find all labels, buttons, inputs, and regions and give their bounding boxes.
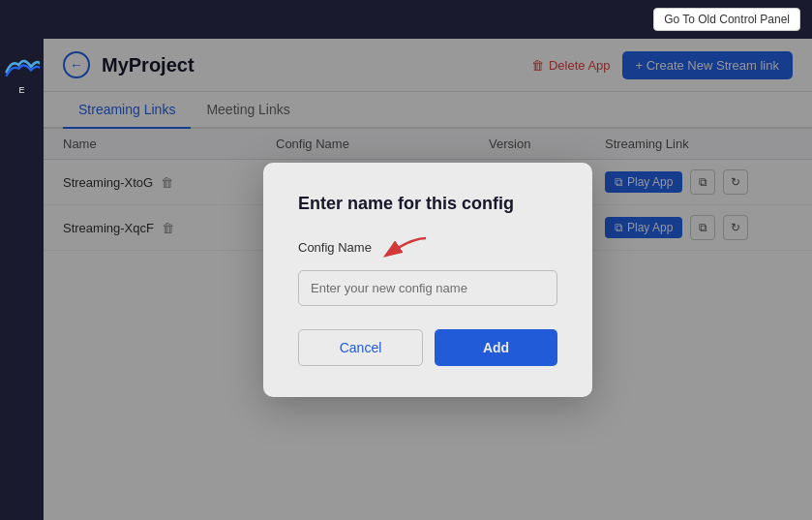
modal-actions: Cancel Add: [298, 329, 557, 366]
config-name-input[interactable]: [298, 270, 557, 306]
modal-cancel-button[interactable]: Cancel: [298, 329, 423, 366]
content-area: ← MyProject 🗑 Delete App + Create New St…: [44, 39, 812, 520]
top-bar: Go To Old Control Panel: [0, 0, 812, 39]
old-control-panel-button[interactable]: Go To Old Control Panel: [653, 8, 800, 31]
sidebar-project-initial: E: [18, 85, 24, 95]
modal-title: Enter name for this config: [298, 194, 557, 214]
main-layout: E ← MyProject 🗑 Delete App + Create New …: [0, 39, 812, 520]
red-arrow-annotation: [377, 233, 431, 262]
config-name-label: Config Name: [298, 233, 557, 262]
modal-add-button[interactable]: Add: [435, 329, 557, 366]
modal-overlay: Enter name for this config Config Name: [44, 39, 812, 520]
sidebar: E: [0, 39, 44, 520]
config-name-modal: Enter name for this config Config Name: [263, 163, 592, 397]
sidebar-logo: [5, 48, 40, 83]
